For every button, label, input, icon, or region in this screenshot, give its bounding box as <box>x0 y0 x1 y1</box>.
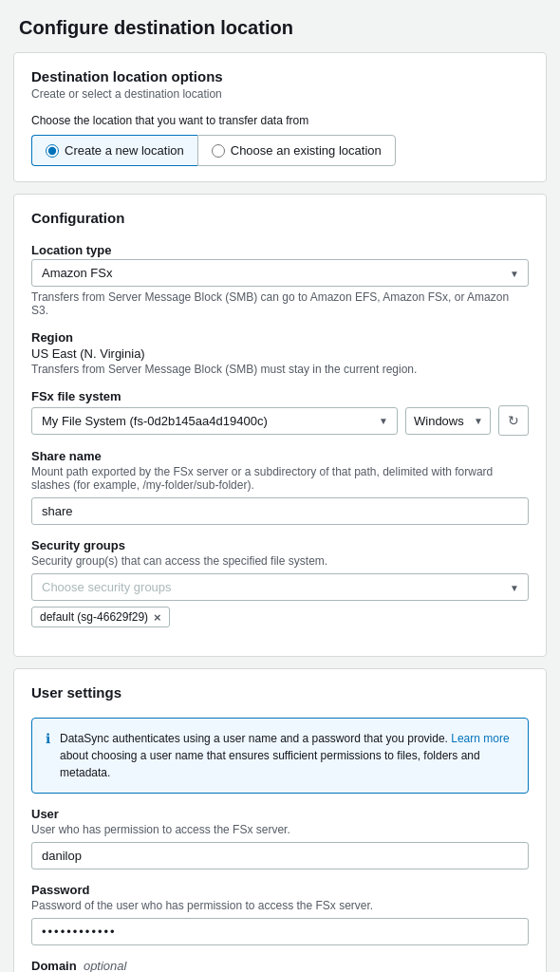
security-groups-select[interactable]: Choose security groups <box>31 573 529 601</box>
user-label: User <box>31 807 529 821</box>
page-title: Configure destination location <box>19 17 541 39</box>
user-settings-info-box: ℹ DataSync authenticates using a user na… <box>31 718 529 794</box>
choose-label: Choose the location that you want to tra… <box>31 114 529 127</box>
radio-choose-existing[interactable]: Choose an existing location <box>197 135 396 166</box>
location-radio-group: Create a new location Choose an existing… <box>31 135 529 166</box>
info-text-after: about choosing a user name that ensures … <box>60 749 480 779</box>
refresh-button[interactable]: ↻ <box>498 405 529 436</box>
location-type-label: Location type <box>31 243 529 257</box>
share-name-desc: Mount path exported by the FSx server or… <box>31 465 529 492</box>
user-settings-card: User settings ℹ DataSync authenticates u… <box>13 668 547 972</box>
page-wrapper: Configure destination location Destinati… <box>0 0 560 972</box>
user-desc: User who has permission to access the FS… <box>31 823 529 836</box>
password-desc: Password of the user who has permission … <box>31 899 529 912</box>
radio-create-new-label: Create a new location <box>65 143 184 158</box>
info-box-text: DataSync authenticates using a user name… <box>60 730 514 781</box>
password-input[interactable] <box>31 918 529 945</box>
radio-create-new[interactable]: Create a new location <box>31 135 197 166</box>
location-type-desc: Transfers from Server Message Block (SMB… <box>31 290 529 317</box>
security-tags-container: default (sg-46629f29) × <box>31 601 529 627</box>
security-tag-label: default (sg-46629f29) <box>40 610 148 624</box>
region-group: Region US East (N. Virginia) Transfers f… <box>31 330 529 376</box>
destination-options-title: Destination location options <box>31 68 529 84</box>
security-groups-select-wrap[interactable]: Choose security groups <box>31 573 529 601</box>
fsx-system-select-wrap[interactable]: My File System (fs-0d2b145aa4d19400c) <box>31 407 398 435</box>
location-type-select-wrapper[interactable]: Amazon FSx Amazon EFS Amazon S3 <box>31 259 529 287</box>
info-icon: ℹ <box>46 731 50 746</box>
security-groups-desc: Security group(s) that can access the sp… <box>31 554 529 568</box>
radio-choose-existing-input[interactable] <box>212 144 225 158</box>
security-groups-group: Security groups Security group(s) that c… <box>31 538 529 627</box>
domain-field-group: Domain optional The name of the Windows … <box>31 959 529 972</box>
radio-create-new-input[interactable] <box>46 144 59 158</box>
page-header: Configure destination location <box>0 0 560 52</box>
share-name-input[interactable] <box>31 497 529 525</box>
password-field-group: Password Password of the user who has pe… <box>31 883 529 945</box>
info-learn-more-link[interactable]: Learn more <box>451 732 509 745</box>
location-type-select[interactable]: Amazon FSx Amazon EFS Amazon S3 <box>31 259 529 287</box>
radio-choose-existing-label: Choose an existing location <box>231 143 382 158</box>
windows-type-select[interactable]: Windows Lustre <box>405 407 491 435</box>
windows-type-select-wrap[interactable]: Windows Lustre <box>405 407 491 435</box>
info-text-before: DataSync authenticates using a user name… <box>60 732 448 745</box>
fsx-label: FSx file system <box>31 389 529 403</box>
share-name-group: Share name Mount path exported by the FS… <box>31 449 529 525</box>
user-input[interactable] <box>31 842 529 869</box>
domain-optional: optional <box>84 959 127 972</box>
destination-options-card: Destination location options Create or s… <box>13 52 547 182</box>
configuration-card: Configuration Location type Amazon FSx A… <box>13 194 547 657</box>
region-value: US East (N. Virginia) <box>31 346 529 361</box>
domain-label: Domain optional <box>31 959 529 972</box>
destination-options-subtitle: Create or select a destination location <box>31 87 529 101</box>
security-tag-remove[interactable]: × <box>154 611 161 624</box>
security-groups-label: Security groups <box>31 538 529 552</box>
configuration-title: Configuration <box>31 210 529 226</box>
share-name-label: Share name <box>31 449 529 463</box>
password-label: Password <box>31 883 529 897</box>
user-settings-title: User settings <box>31 684 529 701</box>
region-desc: Transfers from Server Message Block (SMB… <box>31 363 529 376</box>
fsx-row: My File System (fs-0d2b145aa4d19400c) Wi… <box>31 405 529 436</box>
fsx-file-system-group: FSx file system My File System (fs-0d2b1… <box>31 389 529 436</box>
location-type-group: Location type Amazon FSx Amazon EFS Amaz… <box>31 243 529 317</box>
region-label: Region <box>31 330 529 345</box>
fsx-system-select[interactable]: My File System (fs-0d2b145aa4d19400c) <box>31 407 398 435</box>
user-field-group: User User who has permission to access t… <box>31 807 529 869</box>
security-tag-default: default (sg-46629f29) × <box>31 607 170 627</box>
